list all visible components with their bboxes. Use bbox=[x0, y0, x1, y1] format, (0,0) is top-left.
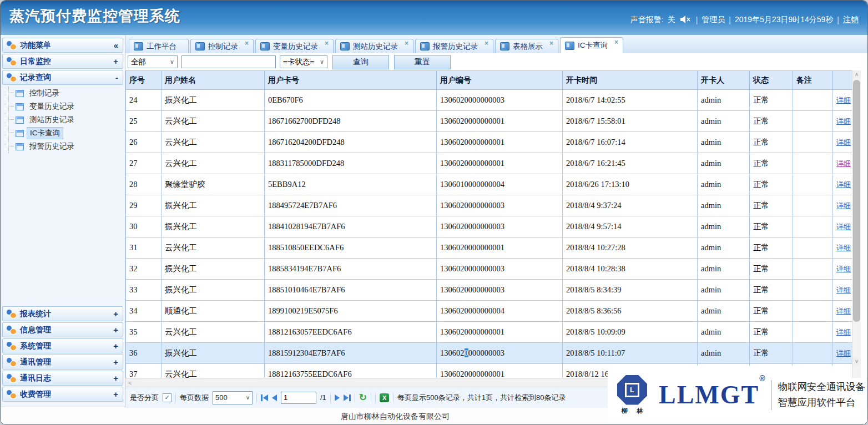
cell-user-no: 1306010000000004 bbox=[437, 174, 563, 195]
page-number-input[interactable] bbox=[281, 392, 316, 404]
card-status-select[interactable]: =卡状态= ∨ bbox=[280, 55, 327, 68]
sidebar-group-header[interactable]: 系统管理+ bbox=[2, 338, 123, 353]
sidebar-group-label: 通讯日志 bbox=[20, 373, 113, 383]
table-row[interactable]: 32振兴化工1885834194E7B7AF613060200000000032… bbox=[126, 259, 853, 280]
detail-link[interactable]: 详细 bbox=[836, 265, 851, 273]
collapse-group-icon[interactable]: - bbox=[115, 73, 118, 82]
tab-4[interactable]: 报警历史记录× bbox=[415, 39, 493, 53]
table-row[interactable]: 30振兴化工18841028194E7B7AF61306020000000003… bbox=[126, 216, 853, 237]
close-icon[interactable]: × bbox=[318, 39, 329, 47]
detail-link[interactable]: 详细 bbox=[836, 96, 851, 104]
cell-detail: 详细 bbox=[833, 237, 853, 259]
scroll-up-icon[interactable]: ∧ bbox=[852, 70, 861, 79]
table-row[interactable]: 29振兴化工188495724E7B7AF6130602000000000320… bbox=[126, 195, 853, 216]
detail-link[interactable]: 详细 bbox=[836, 286, 851, 294]
chevron-down-icon: ∨ bbox=[316, 58, 324, 65]
table-row[interactable]: 36振兴化工18815912304E7B7AF61306020000000003… bbox=[126, 343, 853, 364]
detail-link[interactable]: 详细 bbox=[836, 244, 851, 252]
sidebar-item-ic-card-query[interactable]: IC卡查询 bbox=[9, 127, 125, 140]
last-page-icon[interactable] bbox=[344, 394, 351, 401]
refresh-icon[interactable]: ↻ bbox=[359, 393, 367, 402]
search-button[interactable]: 查询 bbox=[332, 55, 389, 69]
first-page-icon[interactable] bbox=[261, 394, 268, 401]
category-select[interactable]: 全部 ∨ bbox=[128, 55, 178, 68]
detail-link[interactable]: 详细 bbox=[836, 138, 851, 146]
sidebar-item-record-2[interactable]: 测站历史记录 bbox=[9, 113, 125, 127]
people-icon bbox=[7, 390, 16, 398]
table-row[interactable]: 31云兴化工188510850EEDC6AF613060200000000012… bbox=[126, 237, 853, 259]
table-row[interactable]: 28聚缘堂驴胶5EBB9A1213060100000000042018/6/26… bbox=[126, 174, 853, 195]
sidebar-group-header[interactable]: 记录查询- bbox=[2, 70, 123, 85]
tab-3[interactable]: 测站历史记录× bbox=[335, 39, 413, 53]
table-row[interactable]: 34顺通化工1899100219E5075F613060200000000042… bbox=[126, 301, 853, 322]
expand-icon[interactable]: + bbox=[113, 357, 118, 367]
expand-icon[interactable]: + bbox=[113, 57, 118, 66]
table-row[interactable]: 26云兴化工186716204200DFD2481306020000000001… bbox=[126, 132, 853, 153]
detail-link[interactable]: 详细 bbox=[836, 307, 851, 315]
logout-link[interactable]: 注销 bbox=[843, 15, 859, 25]
detail-link[interactable]: 详细 bbox=[836, 328, 851, 336]
close-icon[interactable]: × bbox=[398, 39, 408, 47]
sidebar-group-header[interactable]: 信息管理+ bbox=[2, 322, 123, 337]
cell-remark bbox=[793, 301, 833, 322]
cell-operator: admin bbox=[698, 237, 750, 259]
vertical-scrollbar-thumb[interactable] bbox=[853, 80, 860, 322]
paging-checkbox[interactable]: ✓ bbox=[163, 393, 171, 402]
keyword-input[interactable] bbox=[181, 55, 276, 68]
detail-link[interactable]: 详细 bbox=[836, 201, 851, 210]
scroll-left-icon[interactable]: < bbox=[125, 380, 132, 386]
sidebar-item-label: 测站历史记录 bbox=[27, 114, 77, 125]
tab-0[interactable]: 工作平台 bbox=[129, 39, 189, 53]
sidebar-group-header[interactable]: 报表统计+ bbox=[2, 306, 123, 321]
speaker-mute-icon[interactable] bbox=[680, 16, 691, 25]
sidebar-item-record-0[interactable]: 控制记录 bbox=[9, 87, 125, 100]
expand-icon[interactable]: + bbox=[113, 373, 118, 383]
detail-link[interactable]: 详细 bbox=[836, 222, 851, 231]
sidebar-group-header[interactable]: 通讯管理+ bbox=[2, 355, 123, 370]
table-row[interactable]: 25云兴化工18671662700DFD24813060200000000012… bbox=[126, 111, 853, 132]
cell-no: 25 bbox=[126, 111, 162, 132]
detail-link[interactable]: 详细 bbox=[836, 180, 851, 189]
table-row[interactable]: 24振兴化工0EB670F613060200000000032018/6/7 1… bbox=[126, 90, 853, 111]
sidebar-group-header[interactable]: 日常监控+ bbox=[2, 54, 123, 69]
collapse-sidebar-icon[interactable]: « bbox=[114, 41, 118, 50]
reset-button[interactable]: 重置 bbox=[394, 55, 451, 69]
detail-link[interactable]: 详细 bbox=[836, 349, 851, 357]
scroll-down-icon[interactable]: ∨ bbox=[852, 357, 861, 366]
tab-6[interactable]: IC卡查询× bbox=[560, 37, 623, 53]
expand-icon[interactable]: + bbox=[113, 389, 118, 399]
expand-icon[interactable]: + bbox=[113, 325, 118, 335]
column-header: 开卡时间 bbox=[563, 71, 698, 90]
header-separator: | bbox=[729, 16, 731, 24]
sidebar-item-record-1[interactable]: 变量历史记录 bbox=[9, 100, 125, 113]
table-row[interactable]: 27云兴化工188311785000DFD2481306020000000001… bbox=[126, 153, 853, 174]
tagline-2: 智慧应用软件平台 bbox=[778, 395, 866, 410]
sidebar-group-header[interactable]: 收费管理+ bbox=[2, 387, 123, 402]
detail-link[interactable]: 详细 bbox=[836, 159, 851, 168]
pagination-separator bbox=[375, 393, 376, 402]
sidebar-item-record-4[interactable]: 报警历史记录 bbox=[9, 140, 125, 153]
cell-operator: admin bbox=[698, 132, 750, 153]
per-page-select[interactable]: 500 ∨ bbox=[213, 391, 253, 404]
table-row[interactable]: 33振兴化工18851010464E7B7AF61306020000000003… bbox=[126, 280, 853, 301]
prev-page-icon[interactable] bbox=[272, 394, 277, 401]
sidebar-group-header[interactable]: 通讯日志+ bbox=[2, 371, 123, 386]
table-row[interactable]: 35云兴化工18812163057EEDC6AF6130602000000000… bbox=[126, 322, 853, 343]
close-icon[interactable]: × bbox=[608, 38, 618, 46]
tab-5[interactable]: 表格展示× bbox=[495, 39, 558, 53]
next-page-icon[interactable] bbox=[335, 394, 340, 401]
close-icon[interactable]: × bbox=[543, 39, 553, 47]
close-icon[interactable]: × bbox=[238, 39, 249, 47]
close-icon[interactable]: × bbox=[478, 39, 488, 47]
detail-link[interactable]: 详细 bbox=[836, 117, 851, 125]
expand-icon[interactable]: + bbox=[113, 341, 118, 351]
brand-logo-panel: L 柳 林 LLMGT® 物联网安全通讯设备 智慧应用软件平台 bbox=[608, 366, 867, 424]
column-header: 备注 bbox=[793, 71, 833, 90]
tab-2[interactable]: 变量历史记录× bbox=[255, 39, 334, 53]
tab-1[interactable]: 控制记录× bbox=[190, 39, 254, 53]
cell-operator: admin bbox=[698, 301, 750, 322]
vertical-scrollbar[interactable]: ∧ ∨ bbox=[852, 70, 861, 378]
sidebar-menu-header[interactable]: 功能菜单 « bbox=[2, 38, 123, 53]
excel-export-icon[interactable]: X bbox=[380, 393, 389, 402]
expand-icon[interactable]: + bbox=[113, 309, 118, 318]
